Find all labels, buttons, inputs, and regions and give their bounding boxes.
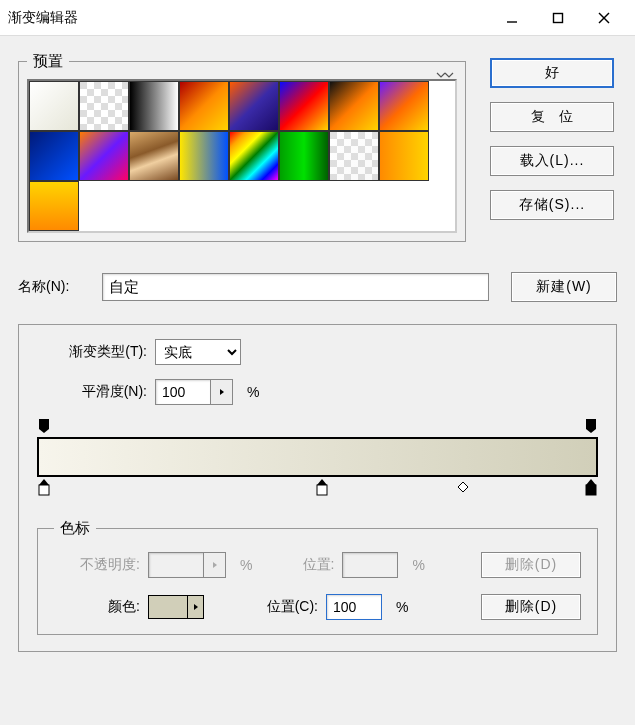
midpoint-diamond[interactable] <box>458 479 468 489</box>
preset-swatch[interactable] <box>79 81 129 131</box>
reset-button[interactable]: 复位 <box>490 102 614 132</box>
color-swatch[interactable] <box>148 595 204 619</box>
percent-label: % <box>240 557 252 573</box>
color-location-input[interactable] <box>326 594 382 620</box>
new-button[interactable]: 新建(W) <box>511 272 617 302</box>
preset-swatch[interactable] <box>379 81 429 131</box>
opacity-input <box>148 552 204 578</box>
gradient-type-select[interactable]: 实底 <box>155 339 241 365</box>
presets-group: 预置 <box>18 52 466 242</box>
preset-swatch[interactable] <box>29 181 79 231</box>
preset-swatch[interactable] <box>279 81 329 131</box>
preset-swatch[interactable] <box>79 131 129 181</box>
delete-opacity-stop-button: 删除(D) <box>481 552 581 578</box>
stops-legend: 色标 <box>54 519 96 538</box>
maximize-button[interactable] <box>535 0 581 36</box>
smoothness-stepper[interactable] <box>211 379 233 405</box>
preset-grid <box>27 79 457 233</box>
preset-swatch[interactable] <box>129 81 179 131</box>
gradient-type-group: 渐变类型(T): 实底 平滑度(N): % 色标 不透明度: <box>18 324 617 652</box>
smoothness-label: 平滑度(N): <box>37 383 147 401</box>
save-button[interactable]: 存储(S)... <box>490 190 614 220</box>
minimize-button[interactable] <box>489 0 535 36</box>
name-label: 名称(N): <box>18 278 90 296</box>
preset-swatch[interactable] <box>29 81 79 131</box>
opacity-stepper <box>204 552 226 578</box>
svg-rect-7 <box>317 485 327 495</box>
close-button[interactable] <box>581 0 627 36</box>
gradient-editor-bar[interactable] <box>37 419 598 507</box>
percent-label: % <box>247 384 259 400</box>
opacity-label: 不透明度: <box>54 556 140 574</box>
svg-rect-8 <box>586 485 596 495</box>
opacity-stop-left[interactable] <box>37 419 51 433</box>
preset-swatch[interactable] <box>379 131 429 181</box>
preset-swatch[interactable] <box>129 131 179 181</box>
color-stop-mid[interactable] <box>315 479 329 497</box>
presets-legend: 预置 <box>27 52 69 71</box>
preset-swatch[interactable] <box>29 131 79 181</box>
preset-swatch[interactable] <box>329 131 379 181</box>
opacity-stop-right[interactable] <box>584 419 598 433</box>
ok-button[interactable]: 好 <box>490 58 614 88</box>
percent-label: % <box>396 599 408 615</box>
preset-swatch[interactable] <box>229 81 279 131</box>
color-stop-right[interactable] <box>584 479 598 497</box>
color-location-label: 位置(C): <box>212 598 318 616</box>
preset-swatch[interactable] <box>279 131 329 181</box>
name-input[interactable] <box>102 273 489 301</box>
stops-group: 色标 不透明度: % 位置: % 删除(D) 颜色: 位置(C): % <box>37 519 598 635</box>
color-label: 颜色: <box>54 598 140 616</box>
gradient-type-label: 渐变类型(T): <box>37 343 147 361</box>
color-stop-left[interactable] <box>37 479 51 497</box>
opacity-location-input <box>342 552 398 578</box>
preset-swatch[interactable] <box>179 131 229 181</box>
location-label: 位置: <box>260 556 334 574</box>
svg-rect-1 <box>554 13 563 22</box>
gradient-bar[interactable] <box>37 437 598 477</box>
svg-rect-5 <box>586 419 596 429</box>
smoothness-input[interactable] <box>155 379 211 405</box>
percent-label: % <box>412 557 424 573</box>
window-title: 渐变编辑器 <box>8 9 489 27</box>
load-button[interactable]: 载入(L)... <box>490 146 614 176</box>
preset-swatch[interactable] <box>179 81 229 131</box>
color-swatch-arrow[interactable] <box>187 596 203 618</box>
delete-color-stop-button[interactable]: 删除(D) <box>481 594 581 620</box>
svg-rect-4 <box>39 419 49 429</box>
svg-rect-6 <box>39 485 49 495</box>
presets-flyout-icon[interactable] <box>433 67 457 83</box>
preset-swatch[interactable] <box>329 81 379 131</box>
preset-swatch[interactable] <box>229 131 279 181</box>
